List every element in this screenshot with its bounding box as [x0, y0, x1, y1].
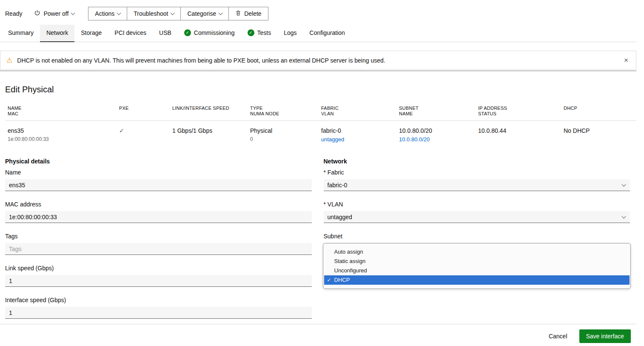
interface-mac: 1e:00:80:00:00:33 — [8, 136, 119, 142]
tab-usb[interactable]: USB — [153, 25, 178, 42]
mac-field-group: MAC address — [5, 201, 312, 223]
delete-button[interactable]: Delete — [229, 7, 268, 20]
chevron-down-icon — [622, 214, 626, 219]
categorise-button-label: Categorise — [187, 10, 216, 17]
edit-physical-title: Edit Physical — [5, 85, 644, 94]
ip-address: 10.0.80.44 — [478, 127, 564, 134]
subnet-option-dhcp[interactable]: ✓ DHCP — [324, 275, 630, 285]
interface-speed-input[interactable] — [5, 307, 312, 319]
header-subnet: SUBNET — [399, 106, 478, 111]
banner-message: DHCP is not enabled on any VLAN. This wi… — [17, 57, 385, 64]
fabric-select[interactable]: fabric-0 — [324, 179, 630, 191]
fabric-label: * Fabric — [324, 169, 630, 176]
edit-interface-form: Physical details Name MAC address Tags L… — [5, 158, 630, 319]
cell-name-mac: ens35 1e:00:80:00:00:33 — [8, 127, 119, 143]
col-pxe: PXE — [119, 106, 172, 117]
subnet-value: 10.0.80.0/20 — [399, 127, 478, 134]
machine-action-bar: Ready Power off Actions Troubleshoot Cat… — [5, 7, 644, 20]
tab-summary[interactable]: Summary — [2, 25, 40, 42]
mac-input[interactable] — [5, 211, 312, 223]
interface-table: NAME MAC PXE LINK/INTERFACE SPEED TYPE N… — [5, 106, 636, 149]
interface-table-header: NAME MAC PXE LINK/INTERFACE SPEED TYPE N… — [5, 106, 636, 121]
physical-details-heading: Physical details — [5, 158, 312, 165]
tab-network[interactable]: Network — [40, 25, 74, 42]
fabric-select-value: fabric-0 — [328, 182, 348, 189]
header-subnet-name: NAME — [399, 111, 478, 117]
save-interface-button[interactable]: Save interface — [579, 329, 631, 343]
option-label: DHCP — [334, 277, 350, 283]
check-icon: ✓ — [119, 127, 172, 134]
tab-tests[interactable]: ✓ Tests — [241, 25, 278, 42]
tab-storage[interactable]: Storage — [74, 25, 108, 42]
header-status: STATUS — [478, 111, 564, 117]
tab-logs[interactable]: Logs — [277, 25, 303, 42]
vlan-field-group: * VLAN untagged — [324, 201, 630, 223]
tab-label: Tests — [257, 29, 271, 36]
option-label: Unconfigured — [334, 267, 367, 274]
cell-type-numa: Physical 0 — [250, 127, 321, 143]
cancel-button[interactable]: Cancel — [543, 329, 573, 343]
name-input[interactable] — [5, 179, 312, 191]
subnet-option-auto-assign[interactable]: ✓ Auto assign — [324, 247, 630, 257]
success-check-icon: ✓ — [248, 29, 254, 36]
header-dhcp: DHCP — [564, 106, 636, 111]
dhcp-status: No DHCP — [564, 127, 636, 134]
subnet-link[interactable]: 10.0.80.0/20 — [399, 136, 430, 143]
troubleshoot-button-label: Troubleshoot — [134, 10, 168, 17]
vlan-select[interactable]: untagged — [324, 211, 630, 223]
interface-numa: 0 — [250, 136, 321, 142]
warning-icon: ⚠ — [6, 56, 12, 64]
tab-label: Summary — [8, 29, 34, 36]
vlan-select-value: untagged — [328, 214, 352, 220]
tab-pci-devices[interactable]: PCI devices — [108, 25, 153, 42]
cell-ip: 10.0.80.44 — [478, 127, 564, 143]
header-ip: IP ADDRESS — [478, 106, 564, 111]
delete-button-label: Delete — [244, 10, 261, 17]
vlan-link[interactable]: untagged — [321, 136, 344, 143]
col-name-mac: NAME MAC — [8, 106, 119, 117]
tab-configuration[interactable]: Configuration — [303, 25, 351, 42]
trash-icon — [235, 10, 241, 17]
header-numa: NUMA NODE — [250, 111, 321, 117]
cell-dhcp: No DHCP — [564, 127, 636, 143]
name-label: Name — [5, 169, 312, 176]
chevron-down-icon — [219, 11, 223, 15]
subnet-label: Subnet — [324, 233, 630, 240]
form-footer: Cancel Save interface — [0, 329, 631, 343]
fabric-value: fabric-0 — [321, 127, 399, 134]
machine-network-page: eager-quail.maas Ready Power off Actions… — [0, 0, 644, 340]
header-type: TYPE — [250, 106, 321, 111]
categorise-button[interactable]: Categorise — [181, 7, 229, 20]
check-icon: ✓ — [327, 275, 331, 285]
link-speed-input[interactable] — [5, 275, 312, 287]
name-field-group: Name — [5, 169, 312, 191]
actions-button[interactable]: Actions — [88, 7, 127, 20]
header-vlan: VLAN — [321, 111, 399, 117]
troubleshoot-button[interactable]: Troubleshoot — [127, 7, 181, 20]
power-button-label: Power off — [43, 10, 68, 17]
dhcp-warning-banner: ⚠ DHCP is not enabled on any VLAN. This … — [0, 51, 636, 70]
cell-speed: 1 Gbps/1 Gbps — [172, 127, 250, 143]
option-label: Auto assign — [334, 249, 363, 255]
interface-speed: 1 Gbps/1 Gbps — [172, 127, 250, 134]
network-heading: Network — [324, 158, 630, 165]
vlan-label: * VLAN — [324, 201, 630, 208]
tab-commissioning[interactable]: ✓ Commissioning — [178, 25, 241, 42]
cell-fabric-vlan: fabric-0 untagged — [321, 127, 399, 143]
tags-input[interactable] — [5, 243, 312, 255]
cell-subnet: 10.0.80.0/20 10.0.80.0/20 — [399, 127, 478, 143]
header-mac: MAC — [8, 111, 119, 117]
subnet-option-unconfigured[interactable]: ✓ Unconfigured — [324, 266, 630, 275]
header-fabric: FABRIC — [321, 106, 399, 111]
chevron-down-icon — [71, 11, 75, 15]
option-label: Static assign — [334, 258, 366, 264]
col-subnet-name: SUBNET NAME — [399, 106, 478, 117]
interface-speed-label: Interface speed (Gbps) — [5, 297, 312, 303]
tab-label: Logs — [284, 29, 296, 36]
link-speed-label: Link speed (Gbps) — [5, 265, 312, 272]
tab-label: USB — [159, 29, 171, 36]
subnet-option-static-assign[interactable]: ✓ Static assign — [324, 257, 630, 266]
close-icon[interactable]: × — [622, 56, 630, 65]
power-off-button[interactable]: Power off — [34, 10, 74, 17]
col-dhcp: DHCP — [564, 106, 636, 117]
